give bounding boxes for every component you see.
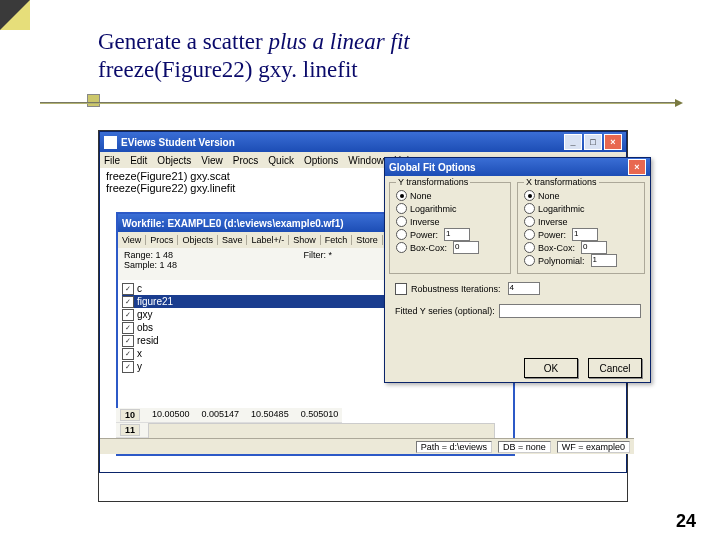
radio-label: None [410,191,432,201]
wf-tool-save[interactable]: Save [218,235,248,245]
radio-label: Box-Cox: [538,243,575,253]
wf-tool-procs[interactable]: Procs [146,235,178,245]
robust-input[interactable]: 4 [508,282,540,295]
radio-icon [396,229,407,240]
cell: 0.005147 [202,409,240,421]
list-label: gxy [137,309,153,320]
page-number: 24 [676,511,696,532]
horizontal-scrollbar[interactable] [148,423,495,439]
boxcox-input[interactable]: 0 [453,241,479,254]
list-label: c [137,283,142,294]
cell: 0.505010 [301,409,339,421]
radio-label: Inverse [410,217,440,227]
radio-icon [396,203,407,214]
checkbox-icon[interactable]: ✓ [122,348,134,360]
title-bullet-icon [87,94,100,107]
menu-file[interactable]: File [104,155,120,166]
y-legend: Y transformations [396,177,470,187]
close-button[interactable]: × [604,134,622,150]
checkbox-icon[interactable]: ✓ [122,322,134,334]
radio-x-boxcox[interactable]: Box-Cox:0 [518,241,644,254]
radio-y-none[interactable]: None [390,189,510,202]
poly-input[interactable]: 1 [591,254,617,267]
list-label: y [137,361,142,372]
dialog-body: Y transformations None Logarithmic Inver… [385,176,650,384]
x-transformations-group: X transformations None Logarithmic Inver… [517,182,645,274]
list-label: resid [137,335,159,346]
title-text-a: Generate a scatter [98,29,268,54]
cell: 10.00500 [152,409,190,421]
global-fit-dialog: Global Fit Options × Y transformations N… [384,157,651,383]
radio-icon [396,190,407,201]
radio-y-inverse[interactable]: Inverse [390,215,510,228]
y-transformations-group: Y transformations None Logarithmic Inver… [389,182,511,274]
row-label: 10 [120,409,140,421]
ok-button[interactable]: OK [524,358,578,378]
title-arrow-icon [675,99,683,107]
radio-x-power[interactable]: Power:1 [518,228,644,241]
checkbox-icon[interactable]: ✓ [122,296,134,308]
radio-icon [396,242,407,253]
checkbox-icon[interactable]: ✓ [122,335,134,347]
radio-label: Logarithmic [538,204,585,214]
cancel-button[interactable]: Cancel [588,358,642,378]
app-icon [104,136,117,149]
wf-tool-objects[interactable]: Objects [178,235,218,245]
screenshot-region: EViews Student Version _ □ × File Edit O… [98,130,628,502]
radio-y-log[interactable]: Logarithmic [390,202,510,215]
radio-icon [396,216,407,227]
radio-y-power[interactable]: Power:1 [390,228,510,241]
x-legend: X transformations [524,177,599,187]
list-label: x [137,348,142,359]
robust-checkbox[interactable] [395,283,407,295]
radio-icon [524,203,535,214]
dialog-titlebar[interactable]: Global Fit Options × [385,158,650,176]
wf-tool-view[interactable]: View [118,235,146,245]
checkbox-icon[interactable]: ✓ [122,361,134,373]
checkbox-icon[interactable]: ✓ [122,283,134,295]
cell: 10.50485 [251,409,289,421]
app-titlebar[interactable]: EViews Student Version _ □ × [100,132,626,152]
wf-tool-label[interactable]: Label+/- [247,235,289,245]
menu-objects[interactable]: Objects [157,155,191,166]
radio-icon [524,242,535,253]
maximize-button[interactable]: □ [584,134,602,150]
fitted-label: Fitted Y series (optional): [395,306,495,316]
boxcox-input[interactable]: 0 [581,241,607,254]
status-bar: Path = d:\eviews DB = none WF = example0 [100,438,634,454]
workfile-range: Range: 1 48 [124,250,303,260]
radio-x-none[interactable]: None [518,189,644,202]
power-input[interactable]: 1 [444,228,470,241]
radio-x-log[interactable]: Logarithmic [518,202,644,215]
radio-label: Power: [538,230,566,240]
checkbox-icon[interactable]: ✓ [122,309,134,321]
menu-edit[interactable]: Edit [130,155,147,166]
radio-label: Power: [410,230,438,240]
menu-procs[interactable]: Procs [233,155,259,166]
radio-x-poly[interactable]: Polynomial:1 [518,254,644,267]
radio-icon [524,229,535,240]
menu-quick[interactable]: Quick [268,155,294,166]
robustness-row: Robustness Iterations: 4 [395,282,540,295]
wf-tool-store[interactable]: Store [352,235,383,245]
dialog-close-button[interactable]: × [628,159,646,175]
status-path: Path = d:\eviews [416,441,492,453]
workfile-title-text: Workfile: EXAMPLE0 (d:\eviews\example0.w… [122,218,344,229]
app-title-text: EViews Student Version [121,137,235,148]
radio-label: Box-Cox: [410,243,447,253]
power-input[interactable]: 1 [572,228,598,241]
dialog-title-text: Global Fit Options [389,162,476,173]
table-row: 10 10.00500 0.005147 10.50485 0.505010 [116,408,342,423]
fitted-input[interactable] [499,304,641,318]
menu-window[interactable]: Window [348,155,384,166]
minimize-button[interactable]: _ [564,134,582,150]
wf-tool-show[interactable]: Show [289,235,321,245]
menu-options[interactable]: Options [304,155,338,166]
radio-y-boxcox[interactable]: Box-Cox:0 [390,241,510,254]
menu-view[interactable]: View [201,155,223,166]
fitted-row: Fitted Y series (optional): [395,304,641,318]
page-title: Generate a scatter plus a linear fit fre… [98,28,410,83]
radio-x-inverse[interactable]: Inverse [518,215,644,228]
title-line2: freeze(Figure22) gxy. linefit [98,57,358,82]
wf-tool-fetch[interactable]: Fetch [321,235,353,245]
